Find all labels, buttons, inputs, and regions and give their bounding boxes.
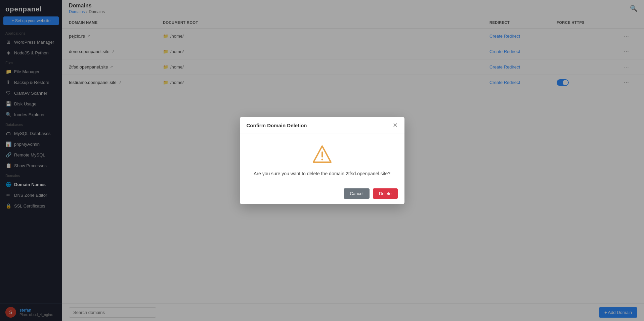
modal-close-button[interactable]: ✕ — [393, 122, 398, 128]
delete-button[interactable]: Delete — [373, 188, 398, 199]
modal-domain-name: 2tfsd.openpanel.site — [346, 171, 388, 176]
cancel-button[interactable]: Cancel — [344, 188, 369, 199]
modal-body: Are you sure you want to delete the doma… — [240, 134, 404, 183]
modal-message-suffix: ? — [388, 171, 390, 176]
svg-point-2 — [321, 159, 323, 160]
modal-message: Are you sure you want to delete the doma… — [254, 171, 390, 176]
modal-title: Confirm Domain Deletion — [247, 123, 307, 128]
warning-icon — [311, 144, 333, 166]
modal-footer: Cancel Delete — [240, 183, 404, 204]
modal-message-prefix: Are you sure you want to delete the doma… — [254, 171, 346, 176]
modal-header: Confirm Domain Deletion ✕ — [240, 117, 404, 134]
modal-overlay: Confirm Domain Deletion ✕ Are you sure y… — [0, 0, 644, 321]
delete-domain-modal: Confirm Domain Deletion ✕ Are you sure y… — [240, 117, 404, 204]
